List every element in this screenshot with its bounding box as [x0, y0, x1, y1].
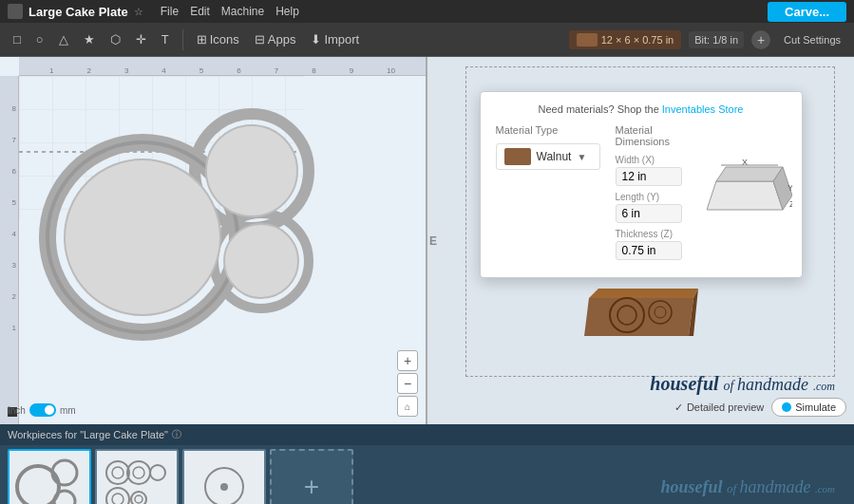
mm-label: mm	[60, 405, 76, 416]
menu-file[interactable]: File	[161, 5, 179, 18]
path-tool-button[interactable]: ⬡	[104, 28, 126, 50]
preview-controls: ✓ Detailed preview Simulate	[674, 398, 846, 417]
info-icon[interactable]: ⓘ	[172, 428, 181, 441]
canvas-area[interactable]: 1 2 3 4 5 6 7 8 9 10 11 8 7 6 5 4 3 2 1	[0, 57, 427, 424]
inventables-store-link[interactable]: Inventables Store	[662, 103, 744, 115]
svg-point-8	[224, 224, 298, 298]
add-material-button[interactable]: +	[751, 30, 770, 49]
apps-icon: ⊟	[255, 32, 265, 47]
svg-point-5	[65, 159, 220, 315]
edge-label-e: E	[429, 234, 437, 248]
title-bar: Large Cake Plate ☆ File Edit Machine Hel…	[0, 0, 854, 23]
text-tool-button[interactable]: T	[156, 28, 175, 50]
square-tool-button[interactable]: □	[8, 28, 27, 50]
thickness-label: Thickness (Z)	[616, 229, 692, 239]
project-title: Large Cake Plate	[28, 5, 128, 19]
unit-toggle: Inch mm	[8, 403, 76, 417]
right-panel: E houseful	[427, 57, 854, 424]
svg-point-24	[52, 460, 77, 485]
material-badge[interactable]: 12 × 6 × 0.75 in	[569, 30, 681, 49]
toolbar-right: 12 × 6 × 0.75 in Bit: 1/8 in + Cut Setti…	[569, 30, 846, 49]
menu-edit[interactable]: Edit	[190, 5, 210, 18]
star-icon[interactable]: ☆	[134, 6, 143, 18]
detailed-preview-button[interactable]: ✓ Detailed preview	[674, 401, 764, 414]
workpiece-1[interactable]	[8, 449, 91, 504]
menu-bar: File Edit Machine Help	[161, 5, 299, 18]
svg-point-31	[106, 488, 129, 504]
svg-point-28	[127, 461, 150, 484]
add-workpiece-button[interactable]: +	[270, 449, 353, 504]
icons-button[interactable]: ⊞ Icons	[191, 28, 245, 50]
unit-toggle-track[interactable]	[29, 403, 56, 417]
svg-point-27	[112, 467, 123, 478]
simulate-dot	[782, 402, 791, 412]
svg-point-34	[135, 495, 142, 503]
board-3d	[579, 279, 703, 348]
material-popup: Need materials? Shop the Inventables Sto…	[480, 91, 803, 278]
workpiece-2[interactable]	[95, 449, 179, 504]
workpieces-label: Workpieces for "Large Cake Plate"	[8, 429, 168, 440]
main-area: 1 2 3 4 5 6 7 8 9 10 11 8 7 6 5 4 3 2 1	[0, 57, 854, 424]
design-shapes	[19, 76, 418, 389]
circle-tool-button[interactable]: ○	[30, 28, 49, 50]
length-field: Length (Y)	[616, 192, 692, 223]
popup-header: Need materials? Shop the Inventables Sto…	[496, 103, 787, 115]
detailed-preview-label: Detailed preview	[687, 401, 764, 413]
crosshair-tool-button[interactable]: ✛	[130, 28, 152, 50]
svg-text:Z: Z	[789, 199, 792, 209]
add-icon: +	[304, 472, 319, 502]
cut-settings-button[interactable]: Cut Settings	[778, 31, 846, 48]
carve-button[interactable]: Carve...	[768, 2, 846, 22]
length-input[interactable]	[616, 204, 682, 223]
svg-point-36	[220, 483, 228, 491]
menu-help[interactable]: Help	[275, 5, 299, 18]
toolbar: □ ○ △ ★ ⬡ ✛ T ⊞ Icons ⊟ Apps ⬇ Import 12…	[0, 23, 854, 57]
wood-swatch	[504, 148, 531, 165]
width-input[interactable]	[616, 167, 682, 186]
material-type-col: Material Type Walnut ▼	[496, 124, 600, 266]
svg-text:Y: Y	[788, 183, 792, 193]
material-dims: 12 × 6 × 0.75 in	[601, 34, 674, 46]
import-button[interactable]: ⬇ Import	[305, 28, 365, 50]
apps-label: Apps	[268, 32, 296, 47]
dropdown-arrow-icon: ▼	[577, 152, 586, 162]
svg-marker-10	[589, 289, 698, 298]
check-icon: ✓	[674, 401, 683, 414]
zoom-in-button[interactable]: +	[397, 350, 418, 371]
inch-label: Inch	[8, 405, 26, 416]
length-label: Length (Y)	[616, 192, 692, 202]
toolbar-separator-1	[182, 29, 183, 50]
zoom-out-button[interactable]: −	[397, 373, 418, 394]
width-label: Width (X)	[616, 155, 692, 165]
thickness-field: Thickness (Z)	[616, 229, 692, 260]
menu-machine[interactable]: Machine	[221, 5, 264, 18]
canvas-controls: + − ⌂	[397, 350, 418, 417]
popup-columns: Material Type Walnut ▼ Material Dimensio…	[496, 124, 787, 266]
workpieces-header: Workpieces for "Large Cake Plate" ⓘ	[0, 424, 854, 445]
svg-point-32	[112, 494, 123, 504]
svg-point-26	[106, 461, 129, 484]
thickness-input[interactable]	[616, 241, 682, 260]
bit-value: 1/8 in	[712, 34, 738, 46]
apps-button[interactable]: ⊟ Apps	[249, 28, 302, 50]
svg-marker-16	[707, 181, 783, 210]
workpieces-bar: Workpieces for "Large Cake Plate" ⓘ	[0, 424, 854, 504]
icons-label: Icons	[210, 32, 239, 47]
bit-badge: Bit: 1/8 in	[689, 31, 744, 48]
simulate-label: Simulate	[795, 401, 836, 413]
material-selector[interactable]: Walnut ▼	[496, 143, 600, 170]
import-label: Import	[324, 32, 359, 47]
wood-icon	[577, 33, 598, 47]
workpiece-3[interactable]	[182, 449, 266, 504]
material-diagram: X Y Z	[707, 124, 792, 266]
simulate-button[interactable]: Simulate	[771, 398, 846, 417]
app-icon	[8, 4, 23, 19]
branding-watermark: houseful of handmade .com	[661, 477, 846, 497]
fit-button[interactable]: ⌂	[397, 396, 418, 417]
import-icon: ⬇	[311, 32, 321, 47]
star-tool-button[interactable]: ★	[78, 28, 101, 50]
svg-marker-17	[716, 167, 783, 181]
ruler-top: 1 2 3 4 5 6 7 8 9 10 11	[19, 57, 426, 76]
triangle-tool-button[interactable]: △	[53, 28, 74, 50]
svg-point-30	[150, 465, 165, 480]
